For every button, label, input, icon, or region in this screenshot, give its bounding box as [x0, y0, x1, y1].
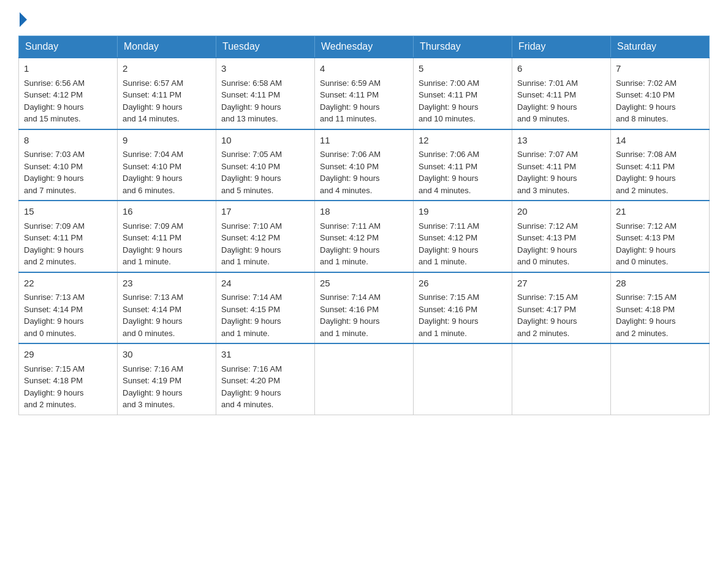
calendar-cell: 31Sunrise: 7:16 AMSunset: 4:20 PMDayligh…	[216, 343, 315, 415]
calendar-cell: 13Sunrise: 7:07 AMSunset: 4:11 PMDayligh…	[512, 129, 611, 201]
day-info: Sunrise: 7:07 AMSunset: 4:11 PMDaylight:…	[517, 150, 578, 195]
weekday-header-wednesday: Wednesday	[315, 36, 414, 58]
calendar-cell: 10Sunrise: 7:05 AMSunset: 4:10 PMDayligh…	[216, 129, 315, 201]
day-number: 11	[320, 134, 408, 148]
day-number: 30	[123, 348, 211, 362]
day-info: Sunrise: 7:09 AMSunset: 4:11 PMDaylight:…	[24, 221, 85, 267]
weekday-header-thursday: Thursday	[414, 36, 512, 58]
calendar-cell: 28Sunrise: 7:15 AMSunset: 4:18 PMDayligh…	[611, 272, 710, 344]
calendar-cell: 18Sunrise: 7:11 AMSunset: 4:12 PMDayligh…	[315, 201, 414, 272]
weekday-header-sunday: Sunday	[19, 36, 118, 58]
calendar-cell: 6Sunrise: 7:01 AMSunset: 4:11 PMDaylight…	[512, 58, 611, 129]
calendar-cell: 26Sunrise: 7:15 AMSunset: 4:16 PMDayligh…	[414, 272, 512, 344]
calendar-cell: 1Sunrise: 6:56 AMSunset: 4:12 PMDaylight…	[19, 58, 118, 129]
day-info: Sunrise: 7:08 AMSunset: 4:11 PMDaylight:…	[616, 150, 677, 195]
page-header	[18, 12, 710, 25]
day-info: Sunrise: 6:56 AMSunset: 4:12 PMDaylight:…	[24, 79, 85, 124]
calendar-cell	[414, 343, 512, 415]
day-number: 8	[24, 134, 112, 148]
weekday-header-friday: Friday	[512, 36, 611, 58]
day-info: Sunrise: 7:06 AMSunset: 4:10 PMDaylight:…	[320, 150, 381, 195]
calendar-cell: 9Sunrise: 7:04 AMSunset: 4:10 PMDaylight…	[118, 129, 216, 201]
day-number: 17	[221, 205, 309, 219]
logo	[18, 12, 28, 25]
day-info: Sunrise: 7:13 AMSunset: 4:14 PMDaylight:…	[24, 293, 85, 338]
day-info: Sunrise: 7:15 AMSunset: 4:16 PMDaylight:…	[419, 293, 479, 338]
day-info: Sunrise: 7:12 AMSunset: 4:13 PMDaylight:…	[616, 221, 677, 267]
day-number: 18	[320, 205, 408, 219]
day-number: 27	[517, 277, 605, 291]
weekday-header-tuesday: Tuesday	[216, 36, 315, 58]
day-info: Sunrise: 7:15 AMSunset: 4:18 PMDaylight:…	[616, 293, 677, 338]
day-info: Sunrise: 7:03 AMSunset: 4:10 PMDaylight:…	[24, 150, 85, 195]
day-info: Sunrise: 6:59 AMSunset: 4:11 PMDaylight:…	[320, 79, 381, 124]
day-info: Sunrise: 7:16 AMSunset: 4:20 PMDaylight:…	[221, 364, 282, 410]
week-row-1: 1Sunrise: 6:56 AMSunset: 4:12 PMDaylight…	[19, 58, 710, 129]
day-info: Sunrise: 7:11 AMSunset: 4:12 PMDaylight:…	[320, 221, 381, 267]
calendar-cell: 20Sunrise: 7:12 AMSunset: 4:13 PMDayligh…	[512, 201, 611, 272]
calendar-cell: 21Sunrise: 7:12 AMSunset: 4:13 PMDayligh…	[611, 201, 710, 272]
calendar-cell: 23Sunrise: 7:13 AMSunset: 4:14 PMDayligh…	[118, 272, 216, 344]
day-info: Sunrise: 7:14 AMSunset: 4:15 PMDaylight:…	[221, 293, 282, 338]
day-info: Sunrise: 7:09 AMSunset: 4:11 PMDaylight:…	[123, 221, 183, 267]
calendar-cell: 4Sunrise: 6:59 AMSunset: 4:11 PMDaylight…	[315, 58, 414, 129]
day-info: Sunrise: 7:15 AMSunset: 4:18 PMDaylight:…	[24, 364, 85, 410]
day-info: Sunrise: 6:57 AMSunset: 4:11 PMDaylight:…	[123, 79, 183, 124]
calendar-cell: 14Sunrise: 7:08 AMSunset: 4:11 PMDayligh…	[611, 129, 710, 201]
day-info: Sunrise: 7:10 AMSunset: 4:12 PMDaylight:…	[221, 221, 282, 267]
calendar-cell: 22Sunrise: 7:13 AMSunset: 4:14 PMDayligh…	[19, 272, 118, 344]
calendar-cell: 3Sunrise: 6:58 AMSunset: 4:11 PMDaylight…	[216, 58, 315, 129]
calendar-cell: 25Sunrise: 7:14 AMSunset: 4:16 PMDayligh…	[315, 272, 414, 344]
day-number: 20	[517, 205, 605, 219]
day-number: 13	[517, 134, 605, 148]
day-number: 31	[221, 348, 309, 362]
week-row-2: 8Sunrise: 7:03 AMSunset: 4:10 PMDaylight…	[19, 129, 710, 201]
day-number: 23	[123, 277, 211, 291]
day-number: 26	[419, 277, 507, 291]
calendar-cell: 5Sunrise: 7:00 AMSunset: 4:11 PMDaylight…	[414, 58, 512, 129]
day-number: 16	[123, 205, 211, 219]
day-info: Sunrise: 7:13 AMSunset: 4:14 PMDaylight:…	[123, 293, 183, 338]
calendar-cell	[512, 343, 611, 415]
day-number: 28	[616, 277, 704, 291]
calendar-cell: 7Sunrise: 7:02 AMSunset: 4:10 PMDaylight…	[611, 58, 710, 129]
calendar-cell	[315, 343, 414, 415]
week-row-5: 29Sunrise: 7:15 AMSunset: 4:18 PMDayligh…	[19, 343, 710, 415]
calendar-cell: 19Sunrise: 7:11 AMSunset: 4:12 PMDayligh…	[414, 201, 512, 272]
day-info: Sunrise: 7:05 AMSunset: 4:10 PMDaylight:…	[221, 150, 282, 195]
calendar-cell: 11Sunrise: 7:06 AMSunset: 4:10 PMDayligh…	[315, 129, 414, 201]
day-info: Sunrise: 7:15 AMSunset: 4:17 PMDaylight:…	[517, 293, 578, 338]
day-number: 22	[24, 277, 112, 291]
day-info: Sunrise: 7:02 AMSunset: 4:10 PMDaylight:…	[616, 79, 677, 124]
week-row-4: 22Sunrise: 7:13 AMSunset: 4:14 PMDayligh…	[19, 272, 710, 344]
calendar-cell: 17Sunrise: 7:10 AMSunset: 4:12 PMDayligh…	[216, 201, 315, 272]
day-info: Sunrise: 7:01 AMSunset: 4:11 PMDaylight:…	[517, 79, 578, 124]
day-number: 1	[24, 62, 112, 76]
day-info: Sunrise: 7:00 AMSunset: 4:11 PMDaylight:…	[419, 79, 479, 124]
calendar-cell: 8Sunrise: 7:03 AMSunset: 4:10 PMDaylight…	[19, 129, 118, 201]
day-number: 4	[320, 62, 408, 76]
logo-arrow-icon	[20, 12, 27, 27]
calendar-table: SundayMondayTuesdayWednesdayThursdayFrid…	[18, 36, 710, 415]
day-number: 9	[123, 134, 211, 148]
day-number: 2	[123, 62, 211, 76]
day-number: 25	[320, 277, 408, 291]
weekday-header-row: SundayMondayTuesdayWednesdayThursdayFrid…	[19, 36, 710, 58]
calendar-cell: 12Sunrise: 7:06 AMSunset: 4:11 PMDayligh…	[414, 129, 512, 201]
calendar-cell: 27Sunrise: 7:15 AMSunset: 4:17 PMDayligh…	[512, 272, 611, 344]
day-info: Sunrise: 7:04 AMSunset: 4:10 PMDaylight:…	[123, 150, 183, 195]
day-info: Sunrise: 7:12 AMSunset: 4:13 PMDaylight:…	[517, 221, 578, 267]
weekday-header-saturday: Saturday	[611, 36, 710, 58]
day-info: Sunrise: 7:14 AMSunset: 4:16 PMDaylight:…	[320, 293, 381, 338]
calendar-cell	[611, 343, 710, 415]
day-number: 10	[221, 134, 309, 148]
week-row-3: 15Sunrise: 7:09 AMSunset: 4:11 PMDayligh…	[19, 201, 710, 272]
day-number: 24	[221, 277, 309, 291]
day-number: 12	[419, 134, 507, 148]
day-info: Sunrise: 7:06 AMSunset: 4:11 PMDaylight:…	[419, 150, 479, 195]
day-number: 29	[24, 348, 112, 362]
day-info: Sunrise: 6:58 AMSunset: 4:11 PMDaylight:…	[221, 79, 282, 124]
day-number: 7	[616, 62, 704, 76]
day-number: 15	[24, 205, 112, 219]
day-number: 21	[616, 205, 704, 219]
